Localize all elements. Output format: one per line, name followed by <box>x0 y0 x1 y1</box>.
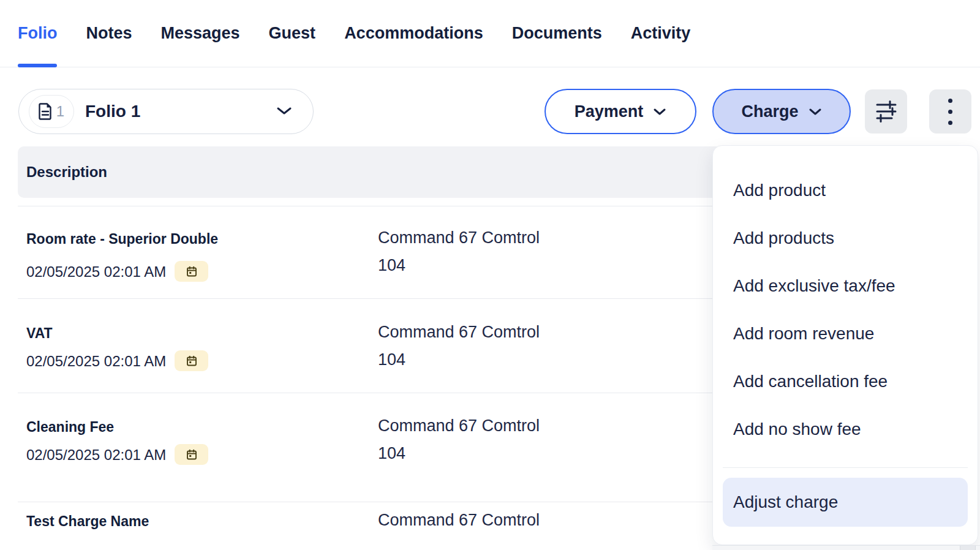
sliders-icon <box>874 100 899 123</box>
folio-selector-label: Folio 1 <box>85 102 140 121</box>
tab-messages[interactable]: Messages <box>161 0 240 67</box>
menu-item-add-room-revenue[interactable]: Add room revenue <box>713 310 978 358</box>
folio-selector[interactable]: 1 Folio 1 <box>18 89 314 134</box>
payment-button[interactable]: Payment <box>545 89 696 134</box>
menu-item-add-products[interactable]: Add products <box>713 214 978 262</box>
charge-button[interactable]: Charge <box>712 89 851 134</box>
chevron-down-icon <box>653 107 666 116</box>
filter-settings-button[interactable] <box>865 89 907 134</box>
charge-title: Room rate - Superior Double <box>26 231 218 247</box>
menu-item-add-no-show-fee[interactable]: Add no show fee <box>713 405 978 453</box>
calendar-chip <box>175 444 208 465</box>
charge-title: VAT <box>26 325 53 342</box>
folio-page: Folio Notes Messages Guest Accommodation… <box>0 0 980 550</box>
kebab-icon <box>948 99 952 125</box>
charge-room: 104 <box>378 256 405 275</box>
tab-documents[interactable]: Documents <box>512 0 602 67</box>
charge-room: 104 <box>378 444 405 463</box>
charge-room: 104 <box>378 350 405 369</box>
chevron-down-icon <box>276 105 292 116</box>
calendar-chip <box>175 261 208 282</box>
charge-datetime: 02/05/2025 02:01 AM <box>26 353 166 370</box>
calendar-icon <box>186 448 198 461</box>
payment-button-label: Payment <box>575 102 644 121</box>
charge-title: Test Charge Name <box>26 513 149 530</box>
charge-account: Command 67 Comtrol <box>378 416 540 435</box>
scrollbar-thumb[interactable] <box>960 546 976 550</box>
charge-account: Command 67 Comtrol <box>378 228 540 247</box>
menu-item-add-product[interactable]: Add product <box>713 167 978 214</box>
document-icon <box>39 103 52 120</box>
charge-button-label: Charge <box>741 102 798 121</box>
calendar-icon <box>186 265 198 277</box>
tab-notes[interactable]: Notes <box>86 0 132 67</box>
tab-bar: Folio Notes Messages Guest Accommodation… <box>0 0 980 67</box>
charge-datetime: 02/05/2025 02:01 AM <box>26 446 166 464</box>
tab-guest[interactable]: Guest <box>269 0 316 67</box>
calendar-chip <box>175 350 208 371</box>
scrollbar-track[interactable] <box>712 545 980 550</box>
tab-folio[interactable]: Folio <box>18 0 57 67</box>
column-description: Description <box>26 164 107 181</box>
tab-activity[interactable]: Activity <box>631 0 691 67</box>
menu-item-adjust-charge[interactable]: Adjust charge <box>723 478 968 527</box>
charge-title: Cleaning Fee <box>26 419 114 435</box>
chevron-down-icon <box>809 107 822 116</box>
folio-count-badge: 1 <box>29 95 74 128</box>
charge-account: Command 67 Comtrol <box>378 323 540 342</box>
folio-count: 1 <box>56 103 64 120</box>
charge-datetime: 02/05/2025 02:01 AM <box>26 263 166 281</box>
charge-dropdown-menu: Add product Add products Add exclusive t… <box>712 145 978 545</box>
menu-item-add-exclusive-tax-fee[interactable]: Add exclusive tax/fee <box>713 262 978 310</box>
charge-account: Command 67 Comtrol <box>378 511 540 530</box>
menu-item-add-cancellation-fee[interactable]: Add cancellation fee <box>713 358 978 405</box>
more-options-button[interactable] <box>929 89 971 134</box>
calendar-icon <box>186 355 198 367</box>
menu-divider <box>723 467 968 468</box>
tab-accommodations[interactable]: Accommodations <box>344 0 483 67</box>
